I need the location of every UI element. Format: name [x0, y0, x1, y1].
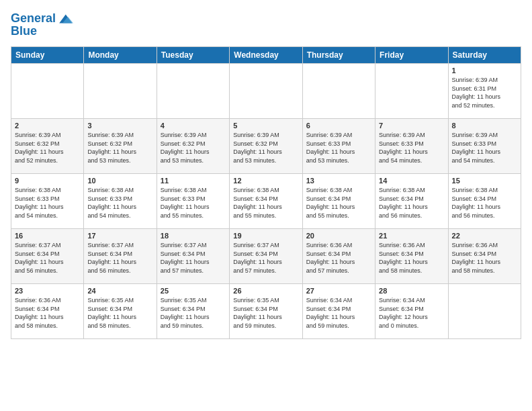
day-info: Sunrise: 6:35 AM Sunset: 6:34 PM Dayligh… — [87, 296, 152, 330]
weekday-header-row: SundayMondayTuesdayWednesdayThursdayFrid… — [11, 47, 521, 64]
calendar-cell: 21Sunrise: 6:36 AM Sunset: 6:34 PM Dayli… — [375, 229, 448, 284]
calendar-cell: 3Sunrise: 6:39 AM Sunset: 6:32 PM Daylig… — [84, 119, 157, 174]
day-number: 4 — [161, 122, 226, 130]
calendar-cell: 28Sunrise: 6:34 AM Sunset: 6:34 PM Dayli… — [375, 284, 448, 339]
calendar-cell — [84, 64, 157, 119]
calendar: SundayMondayTuesdayWednesdayThursdayFrid… — [11, 46, 521, 339]
day-info: Sunrise: 6:36 AM Sunset: 6:34 PM Dayligh… — [15, 296, 80, 330]
calendar-cell: 25Sunrise: 6:35 AM Sunset: 6:34 PM Dayli… — [157, 284, 229, 339]
weekday-wednesday: Wednesday — [230, 47, 302, 64]
day-info: Sunrise: 6:37 AM Sunset: 6:34 PM Dayligh… — [15, 241, 80, 275]
calendar-cell: 12Sunrise: 6:38 AM Sunset: 6:34 PM Dayli… — [230, 174, 302, 229]
day-number: 11 — [161, 177, 226, 185]
day-info: Sunrise: 6:38 AM Sunset: 6:34 PM Dayligh… — [452, 186, 517, 220]
calendar-cell: 10Sunrise: 6:38 AM Sunset: 6:33 PM Dayli… — [84, 174, 157, 229]
weekday-monday: Monday — [84, 47, 157, 64]
calendar-cell: 26Sunrise: 6:35 AM Sunset: 6:34 PM Dayli… — [230, 284, 302, 339]
calendar-cell: 7Sunrise: 6:39 AM Sunset: 6:33 PM Daylig… — [375, 119, 448, 174]
calendar-cell: 2Sunrise: 6:39 AM Sunset: 6:32 PM Daylig… — [11, 119, 84, 174]
day-info: Sunrise: 6:37 AM Sunset: 6:34 PM Dayligh… — [233, 241, 298, 275]
weekday-tuesday: Tuesday — [157, 47, 229, 64]
calendar-cell — [230, 64, 302, 119]
day-number: 22 — [452, 232, 517, 240]
day-number: 12 — [233, 177, 298, 185]
day-info: Sunrise: 6:39 AM Sunset: 6:32 PM Dayligh… — [161, 131, 226, 165]
day-number: 24 — [87, 287, 152, 295]
day-number: 9 — [15, 177, 80, 185]
day-number: 10 — [87, 177, 152, 185]
day-info: Sunrise: 6:39 AM Sunset: 6:33 PM Dayligh… — [379, 131, 444, 165]
calendar-cell — [11, 64, 84, 119]
calendar-cell: 18Sunrise: 6:37 AM Sunset: 6:34 PM Dayli… — [157, 229, 229, 284]
day-info: Sunrise: 6:39 AM Sunset: 6:32 PM Dayligh… — [233, 131, 298, 165]
day-info: Sunrise: 6:35 AM Sunset: 6:34 PM Dayligh… — [233, 296, 298, 330]
calendar-cell: 16Sunrise: 6:37 AM Sunset: 6:34 PM Dayli… — [11, 229, 84, 284]
day-number: 2 — [15, 122, 80, 130]
calendar-cell: 17Sunrise: 6:37 AM Sunset: 6:34 PM Dayli… — [84, 229, 157, 284]
calendar-cell: 5Sunrise: 6:39 AM Sunset: 6:32 PM Daylig… — [230, 119, 302, 174]
week-row-2: 2Sunrise: 6:39 AM Sunset: 6:32 PM Daylig… — [11, 119, 521, 174]
day-info: Sunrise: 6:39 AM Sunset: 6:32 PM Dayligh… — [87, 131, 152, 165]
day-info: Sunrise: 6:38 AM Sunset: 6:33 PM Dayligh… — [87, 186, 152, 220]
day-info: Sunrise: 6:36 AM Sunset: 6:34 PM Dayligh… — [379, 241, 444, 275]
weekday-sunday: Sunday — [11, 47, 84, 64]
week-row-3: 9Sunrise: 6:38 AM Sunset: 6:33 PM Daylig… — [11, 174, 521, 229]
calendar-cell: 27Sunrise: 6:34 AM Sunset: 6:34 PM Dayli… — [302, 284, 375, 339]
day-number: 23 — [15, 287, 80, 295]
calendar-cell — [157, 64, 229, 119]
day-info: Sunrise: 6:34 AM Sunset: 6:34 PM Dayligh… — [306, 296, 371, 330]
logo-text: General — [11, 12, 56, 26]
weekday-friday: Friday — [375, 47, 448, 64]
day-info: Sunrise: 6:38 AM Sunset: 6:33 PM Dayligh… — [161, 186, 226, 220]
calendar-cell: 22Sunrise: 6:36 AM Sunset: 6:34 PM Dayli… — [448, 229, 521, 284]
day-number: 17 — [87, 232, 152, 240]
calendar-cell: 15Sunrise: 6:38 AM Sunset: 6:34 PM Dayli… — [448, 174, 521, 229]
day-number: 19 — [233, 232, 298, 240]
day-number: 27 — [306, 287, 371, 295]
day-number: 5 — [233, 122, 298, 130]
day-info: Sunrise: 6:36 AM Sunset: 6:34 PM Dayligh… — [306, 241, 371, 275]
day-number: 26 — [233, 287, 298, 295]
calendar-cell: 6Sunrise: 6:39 AM Sunset: 6:33 PM Daylig… — [302, 119, 375, 174]
calendar-cell: 23Sunrise: 6:36 AM Sunset: 6:34 PM Dayli… — [11, 284, 84, 339]
day-number: 16 — [15, 232, 80, 240]
calendar-cell: 20Sunrise: 6:36 AM Sunset: 6:34 PM Dayli… — [302, 229, 375, 284]
day-number: 1 — [452, 66, 517, 75]
calendar-cell: 24Sunrise: 6:35 AM Sunset: 6:34 PM Dayli… — [84, 284, 157, 339]
calendar-cell — [448, 284, 521, 339]
weekday-thursday: Thursday — [302, 47, 375, 64]
day-number: 3 — [87, 122, 152, 130]
calendar-cell: 8Sunrise: 6:39 AM Sunset: 6:33 PM Daylig… — [448, 119, 521, 174]
day-info: Sunrise: 6:39 AM Sunset: 6:33 PM Dayligh… — [306, 131, 371, 165]
weekday-saturday: Saturday — [448, 47, 521, 64]
logo-icon — [57, 11, 73, 27]
week-row-1: 1Sunrise: 6:39 AM Sunset: 6:31 PM Daylig… — [11, 64, 521, 119]
day-info: Sunrise: 6:38 AM Sunset: 6:33 PM Dayligh… — [15, 186, 80, 220]
day-info: Sunrise: 6:39 AM Sunset: 6:33 PM Dayligh… — [452, 131, 517, 165]
day-number: 14 — [379, 177, 444, 185]
day-info: Sunrise: 6:39 AM Sunset: 6:32 PM Dayligh… — [15, 131, 80, 165]
day-number: 7 — [379, 122, 444, 130]
calendar-cell — [302, 64, 375, 119]
calendar-cell — [375, 64, 448, 119]
calendar-cell: 19Sunrise: 6:37 AM Sunset: 6:34 PM Dayli… — [230, 229, 302, 284]
day-info: Sunrise: 6:37 AM Sunset: 6:34 PM Dayligh… — [161, 241, 226, 275]
week-row-5: 23Sunrise: 6:36 AM Sunset: 6:34 PM Dayli… — [11, 284, 521, 339]
day-info: Sunrise: 6:39 AM Sunset: 6:31 PM Dayligh… — [452, 76, 517, 109]
week-row-4: 16Sunrise: 6:37 AM Sunset: 6:34 PM Dayli… — [11, 229, 521, 284]
day-info: Sunrise: 6:38 AM Sunset: 6:34 PM Dayligh… — [233, 186, 298, 220]
logo: General Blue — [11, 11, 73, 38]
day-number: 21 — [379, 232, 444, 240]
day-number: 20 — [306, 232, 371, 240]
calendar-cell: 9Sunrise: 6:38 AM Sunset: 6:33 PM Daylig… — [11, 174, 84, 229]
day-number: 28 — [379, 287, 444, 295]
day-info: Sunrise: 6:34 AM Sunset: 6:34 PM Dayligh… — [379, 296, 444, 330]
calendar-cell: 4Sunrise: 6:39 AM Sunset: 6:32 PM Daylig… — [157, 119, 229, 174]
day-number: 8 — [452, 122, 517, 130]
day-number: 13 — [306, 177, 371, 185]
calendar-cell: 11Sunrise: 6:38 AM Sunset: 6:33 PM Dayli… — [157, 174, 229, 229]
day-number: 18 — [161, 232, 226, 240]
calendar-cell: 1Sunrise: 6:39 AM Sunset: 6:31 PM Daylig… — [448, 64, 521, 119]
day-info: Sunrise: 6:38 AM Sunset: 6:34 PM Dayligh… — [306, 186, 371, 220]
day-info: Sunrise: 6:35 AM Sunset: 6:34 PM Dayligh… — [161, 296, 226, 330]
